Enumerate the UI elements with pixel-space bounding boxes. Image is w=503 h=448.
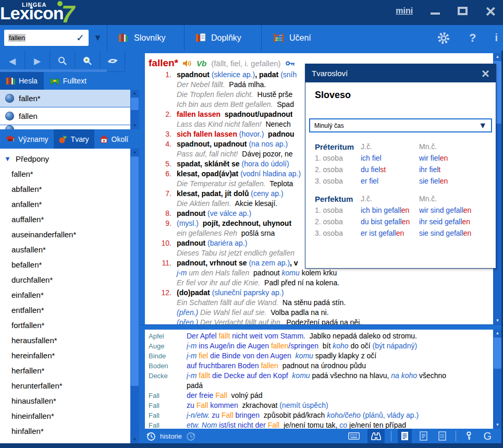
history-forward-icon[interactable] [186,431,196,441]
maximize-button[interactable] [458,7,468,15]
tab-fulltext[interactable]: Fulltext [44,72,93,90]
tab-tvary[interactable]: Tvary [54,129,94,149]
prefix-list-item[interactable]: durchfallen* [0,272,130,287]
headword-scrollbar[interactable]: ▲ ▼ [130,90,139,129]
example-keyword[interactable]: Fall [149,420,187,429]
prefix-list-item[interactable]: anfallen* [0,197,130,212]
prefix-list-item[interactable]: fortfallen* [0,318,130,333]
nav-forward-button[interactable]: ▶ [25,51,50,72]
tab-uceni[interactable]: Učení [261,25,338,51]
text-segment: (na zem ap.) [249,259,290,267]
prefix-list-item[interactable]: ausfallen* [0,242,130,257]
headword-label: fällen [19,112,38,120]
tab-hesla[interactable]: Hesla [0,72,44,90]
tense-dropdown[interactable]: Minulý čas ▼ [309,118,492,132]
settings-gear-icon[interactable] [437,31,450,45]
prefix-list-item[interactable]: hinfallen* [0,423,130,439]
info-icon[interactable]: i [495,32,498,44]
text-segment: Der Apfel [187,332,218,340]
example-keyword[interactable]: Decke [149,371,187,391]
speaker-icon[interactable] [183,59,192,67]
headword-item[interactable]: fällen [0,107,130,125]
prefix-list-item[interactable]: entfallen* [0,302,130,318]
prefix-list-item[interactable]: herunterfallen* [0,378,130,393]
prefix-list-item[interactable]: herausfallen* [0,333,130,348]
prefix-list-item[interactable]: abfallen* [0,181,130,197]
example-keyword[interactable]: Fall [149,410,187,420]
prefix-list-item[interactable]: hineinfallen* [0,408,130,423]
search-button[interactable] [50,51,75,72]
form-base: ich fiel [361,154,382,162]
tab-okoli[interactable]: Okolí [94,129,134,149]
scroll-thumb[interactable] [494,337,501,369]
example-keyword[interactable]: Fall [149,401,187,410]
example-keyword[interactable]: Apfel [149,331,187,341]
tab-vyznamy[interactable]: Významy [0,129,54,149]
doc-dotted-icon[interactable] [435,429,449,443]
keyboard-icon[interactable] [345,429,363,443]
scroll-thumb[interactable] [131,98,139,110]
key-icon[interactable] [286,60,295,66]
headword-item-partial[interactable] [0,125,130,129]
tab-slovniky[interactable]: Slovníky [107,25,184,51]
example-row: ApfelDer Apfel fällt nicht weit vom Stam… [149,331,493,341]
text-segment: je/není tomu tak, [279,421,339,429]
key-icon[interactable] [462,429,475,443]
search-input[interactable]: fallen ✓ [4,30,89,46]
example-keyword[interactable]: Binde [149,351,187,361]
prefix-list-item[interactable]: fallen* [0,166,130,181]
minimize-button[interactable] [431,7,440,15]
mini-mode-link[interactable]: mini [396,6,413,16]
scroll-up-icon[interactable]: ▲ [130,90,139,97]
doc-filled-icon[interactable] [398,429,412,443]
tab-doplnky[interactable]: Doplňky [184,25,261,51]
doc-outline-icon[interactable] [416,429,431,443]
scroll-down-icon[interactable]: ▼ [493,317,502,324]
prefix-list-item[interactable]: auffallen* [0,212,130,227]
scroll-down-icon[interactable]: ▼ [493,421,502,429]
history-label[interactable]: historie [160,432,182,440]
close-button[interactable]: × [485,4,496,18]
prefix-list-item[interactable]: hinausfallen* [0,393,130,408]
prefix-group-header[interactable]: ▼ Předpony [0,151,130,166]
scroll-down-icon[interactable]: ▼ [130,436,139,443]
plural-header: Mn.č. [419,195,496,203]
nav-back-button[interactable]: ◀ [0,51,25,72]
example-keyword[interactable]: Auge [149,341,187,351]
prefix-list-item[interactable]: einfallen* [0,287,130,302]
prefix-list-item[interactable]: auseinanderfallen* [0,227,130,242]
prefix-list-item[interactable]: befallen* [0,257,130,272]
prefix-scrollbar[interactable]: ▲ ▼ [130,149,139,443]
headword-label: fallen* [19,94,41,103]
sync-button[interactable] [100,51,125,72]
help-icon[interactable]: ? [469,31,476,45]
back-icon: ◀ [9,56,16,67]
binoculars-icon[interactable] [367,429,385,443]
close-icon[interactable]: × [482,68,489,79]
text-segment: klesat, padat, jít dolů [177,189,251,198]
example-keyword[interactable]: Fall [149,391,187,401]
search-dropdown-arrow[interactable]: ▼ [93,33,102,43]
dialog-title-bar[interactable]: Tvarosloví × [305,64,496,82]
scroll-up-icon[interactable]: ▲ [493,53,502,60]
meaning-definition: spadnout (sklenice ap.), padat (sníh [177,70,297,80]
prefix-list-item[interactable]: herfallen* [0,363,130,378]
example-keyword[interactable]: Boden [149,361,187,371]
examples-scrollbar[interactable]: ▲ ▼ [493,330,502,429]
scroll-up-icon[interactable]: ▲ [130,149,139,156]
headword-item[interactable]: fallen* [0,90,130,107]
meaning-definition: sich fallen lassen (hovor.) padnou [177,129,295,139]
prefix-list-panel: ▼ Předpony fallen*abfallen*anfallen*auff… [0,149,141,443]
history-back-icon[interactable] [146,431,156,441]
scroll-up-icon[interactable]: ▲ [493,330,502,337]
prefix-list-item[interactable]: hinunterfallen* [0,439,130,443]
scroll-down-icon[interactable]: ▼ [130,122,139,129]
search-plus-button[interactable] [75,51,100,72]
scroll-thumb[interactable] [131,156,139,386]
meaning-example: ein gefallenes Reh pošlá srna [177,228,291,238]
window-bottom-edge [0,443,503,448]
text-segment: všechno [417,371,446,380]
google-icon[interactable]: G [480,429,495,443]
text-segment: (mysl.) [177,219,199,227]
prefix-list-item[interactable]: hereinfallen* [0,348,130,363]
